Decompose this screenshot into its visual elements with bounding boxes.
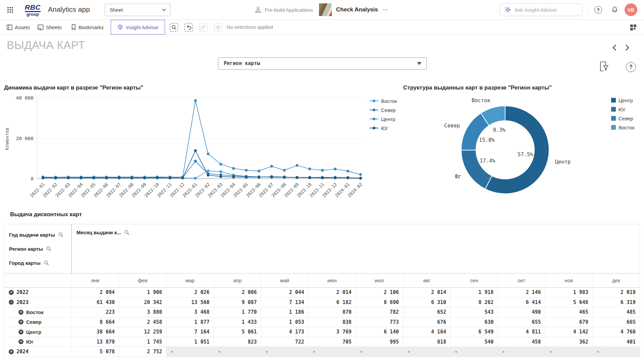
pivot-cell[interactable]: 870 <box>309 307 356 317</box>
data-point[interactable] <box>334 176 336 179</box>
row-label-Центр[interactable]: +Центр <box>4 327 72 337</box>
pivot-cell[interactable]: - <box>498 347 545 357</box>
pivot-cell[interactable]: 7 164 <box>166 327 214 337</box>
pivot-cell[interactable]: 823 <box>214 337 261 347</box>
series-line-Север[interactable] <box>43 161 361 178</box>
pivot-cell[interactable]: 1 770 <box>214 307 261 317</box>
expand-icon[interactable]: + <box>18 329 23 335</box>
month-header-ноя[interactable]: ноя <box>545 274 593 288</box>
pivot-cell[interactable]: 2 044 <box>261 288 309 298</box>
data-point[interactable] <box>207 153 209 155</box>
prebuild-applications-link[interactable]: Pre-build Applications <box>255 6 313 13</box>
pivot-cell[interactable]: 1 186 <box>261 307 309 317</box>
data-point[interactable] <box>194 99 197 102</box>
data-point[interactable] <box>359 177 362 180</box>
data-point[interactable] <box>232 176 235 178</box>
data-point[interactable] <box>118 176 120 179</box>
data-point[interactable] <box>181 176 184 179</box>
pivot-cell[interactable]: 4 768 <box>593 327 640 337</box>
pivot-cell[interactable]: 490 <box>498 307 545 317</box>
clear-selections-button[interactable] <box>214 23 223 32</box>
pivot-cell[interactable]: 1 745 <box>119 337 166 347</box>
pivot-cell[interactable]: 8 690 <box>356 298 403 308</box>
sheet-help-button[interactable]: ? <box>626 62 636 72</box>
legend-item-Север[interactable]: Север <box>611 115 634 121</box>
sheet-grid-icon[interactable] <box>630 24 637 32</box>
month-header-июл[interactable]: июл <box>356 274 403 288</box>
data-point[interactable] <box>194 160 197 163</box>
pivot-cell[interactable]: 5 078 <box>72 347 119 357</box>
pivot-cell[interactable]: 5 648 <box>545 298 593 308</box>
data-point[interactable] <box>283 176 286 178</box>
month-header-авг[interactable]: авг <box>403 274 450 288</box>
expand-icon[interactable]: + <box>18 339 23 344</box>
data-point[interactable] <box>92 176 95 179</box>
pivot-cell[interactable]: 2 752 <box>119 347 166 357</box>
data-point[interactable] <box>42 176 44 179</box>
pivot-cell[interactable]: 705 <box>309 337 356 347</box>
data-point[interactable] <box>270 175 273 178</box>
pivot-cell[interactable]: 4 142 <box>545 327 593 337</box>
collapse-icon[interactable]: − <box>9 300 14 305</box>
pivot-cell[interactable]: 6 140 <box>356 327 403 337</box>
more-menu-button[interactable]: ⋯ <box>382 6 389 13</box>
pivot-cell[interactable]: 6 319 <box>593 298 640 308</box>
region-filter-dropdown[interactable]: Регион карты <box>218 57 427 70</box>
data-point[interactable] <box>207 174 209 176</box>
pivot-cell[interactable]: - <box>545 347 593 357</box>
data-point[interactable] <box>283 169 286 172</box>
month-header-янв[interactable]: янв <box>72 274 119 288</box>
expand-icon[interactable]: + <box>18 310 23 315</box>
row-label-2022[interactable]: +2022 <box>4 288 72 298</box>
legend-item-Восток[interactable]: Восток <box>370 98 397 104</box>
series-line-Юг[interactable] <box>43 150 361 178</box>
pivot-cell[interactable]: 465 <box>545 307 593 317</box>
data-point[interactable] <box>207 169 209 172</box>
legend-item-Восток[interactable]: Восток <box>611 124 634 130</box>
pivot-cell[interactable]: 2 094 <box>72 288 119 298</box>
data-point[interactable] <box>270 165 273 168</box>
pivot-cell[interactable]: 2 019 <box>593 288 640 298</box>
data-point[interactable] <box>359 173 362 176</box>
pivot-cell[interactable]: 2 106 <box>356 288 403 298</box>
expand-icon[interactable]: + <box>9 290 14 295</box>
line-chart[interactable]: 020 00040 000Клиентов2022-012022-022022-… <box>0 93 399 204</box>
pivot-cell[interactable]: 630 <box>450 317 498 327</box>
data-point[interactable] <box>54 177 57 179</box>
pivot-cell[interactable]: 655 <box>498 317 545 327</box>
expand-icon[interactable]: + <box>9 349 14 354</box>
app-thumbnail[interactable] <box>319 3 332 16</box>
pivot-cell[interactable]: 4 173 <box>261 327 309 337</box>
data-point[interactable] <box>67 176 70 179</box>
pivot-cell[interactable]: - <box>356 347 403 357</box>
pivot-cell[interactable]: 9 087 <box>214 298 261 308</box>
pivot-cell[interactable]: 665 <box>593 317 640 327</box>
data-point[interactable] <box>169 176 171 179</box>
pivot-cell[interactable]: - <box>309 347 356 357</box>
pivot-cell[interactable]: 652 <box>403 307 450 317</box>
pivot-cell[interactable]: 362 <box>545 337 593 347</box>
user-avatar[interactable]: VB <box>625 3 637 16</box>
data-point[interactable] <box>232 167 235 170</box>
next-sheet-chevron-icon[interactable] <box>625 44 630 53</box>
sheets-button[interactable]: Sheets <box>38 20 62 35</box>
data-point[interactable] <box>308 176 311 179</box>
row-label-Север[interactable]: +Север <box>4 317 72 327</box>
pivot-cell[interactable]: 12 259 <box>119 327 166 337</box>
pivot-cell[interactable]: - <box>261 347 309 357</box>
data-point[interactable] <box>334 168 336 170</box>
pivot-cell[interactable]: 543 <box>450 307 498 317</box>
donut-slice-Юг[interactable] <box>461 150 492 189</box>
ask-insight-input[interactable] <box>515 7 578 13</box>
pivot-cell[interactable]: 6 182 <box>309 298 356 308</box>
pivot-cell[interactable]: 401 <box>593 337 640 347</box>
insight-advisor-button[interactable]: Insight Advisor <box>111 20 165 35</box>
pivot-cell[interactable]: - <box>450 347 498 357</box>
pivot-cell[interactable]: 1 906 <box>119 288 166 298</box>
pivot-cell[interactable]: 2 146 <box>498 288 545 298</box>
pivot-cell[interactable]: 4 811 <box>498 327 545 337</box>
month-header-июн[interactable]: июн <box>309 274 356 288</box>
sheet-selector[interactable]: Sheet <box>105 4 170 16</box>
pivot-column-dimension[interactable]: Месяц выдачи к... <box>72 224 640 274</box>
pivot-cell[interactable]: 485 <box>593 307 640 317</box>
